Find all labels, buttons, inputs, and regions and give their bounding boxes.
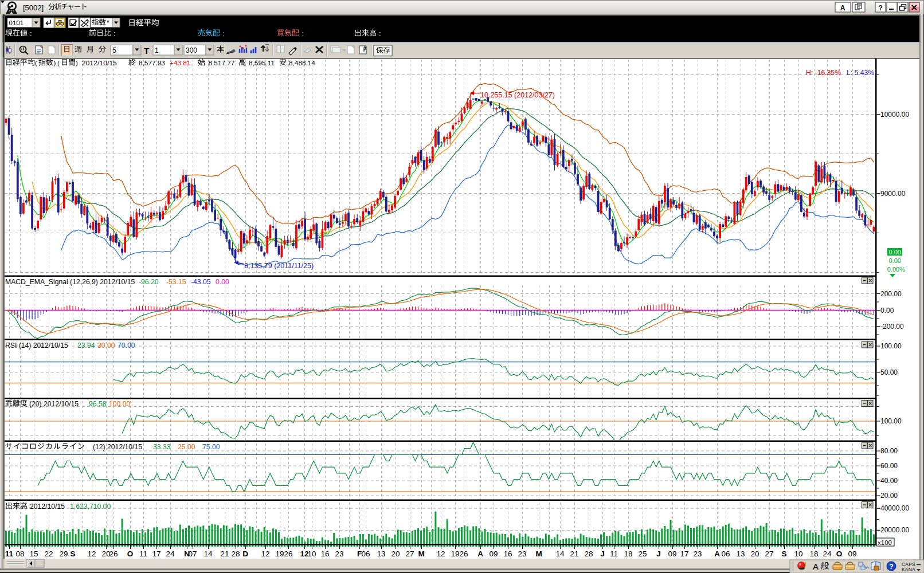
svg-text:60.00: 60.00 xyxy=(880,462,898,470)
svg-text:KANA: KANA xyxy=(902,567,915,572)
svg-text:*: * xyxy=(107,19,109,27)
svg-text::: : xyxy=(30,29,32,38)
svg-text:17: 17 xyxy=(152,550,160,558)
svg-text:24: 24 xyxy=(823,550,832,558)
svg-text:(20) 2012/10/15: (20) 2012/10/15 xyxy=(29,400,79,408)
svg-text::: : xyxy=(379,29,381,38)
svg-text:-96.20: -96.20 xyxy=(139,278,159,286)
svg-text:10000.00: 10000.00 xyxy=(880,111,909,119)
svg-text:17: 17 xyxy=(680,550,688,558)
svg-text:0.00: 0.00 xyxy=(880,307,894,315)
svg-text:A: A xyxy=(477,550,483,558)
svg-text:-53.15: -53.15 xyxy=(166,278,186,286)
svg-text:8,517.77: 8,517.77 xyxy=(209,59,235,67)
svg-text:[5002]: [5002] xyxy=(23,3,44,12)
svg-text:0.00%: 0.00% xyxy=(887,266,905,273)
svg-text:A: A xyxy=(714,550,720,558)
svg-text:MACD_EMA_Signal (12,26,9) 2012: MACD_EMA_Signal (12,26,9) 2012/10/15 xyxy=(5,278,135,286)
svg-text:20: 20 xyxy=(391,550,400,558)
svg-text:11: 11 xyxy=(610,550,618,558)
svg-text:5: 5 xyxy=(112,46,116,54)
svg-text::: : xyxy=(302,29,304,38)
svg-text:15: 15 xyxy=(29,550,38,558)
svg-text:0.00: 0.00 xyxy=(216,278,229,286)
svg-text:100.00: 100.00 xyxy=(880,417,902,425)
svg-text:-200.00: -200.00 xyxy=(880,323,904,331)
svg-text:26: 26 xyxy=(284,550,292,558)
svg-text:50.00: 50.00 xyxy=(880,368,898,376)
svg-text:?: ? xyxy=(889,563,893,571)
svg-text:30.00: 30.00 xyxy=(97,342,115,350)
svg-text:33.33: 33.33 xyxy=(153,443,171,451)
svg-text:8,577.93: 8,577.93 xyxy=(139,59,165,67)
svg-text:10: 10 xyxy=(794,550,802,558)
svg-text:12: 12 xyxy=(436,550,445,558)
svg-text:(: ( xyxy=(57,60,60,66)
svg-text:20.00: 20.00 xyxy=(880,492,898,500)
svg-text:M: M xyxy=(418,550,424,558)
svg-text:23: 23 xyxy=(693,550,702,558)
svg-text:x100: x100 xyxy=(878,539,892,546)
svg-text:18: 18 xyxy=(809,550,818,558)
svg-text:13: 13 xyxy=(736,550,745,558)
svg-text:10: 10 xyxy=(307,550,316,558)
svg-text:): ) xyxy=(54,60,56,66)
svg-text:25.00: 25.00 xyxy=(178,443,195,451)
svg-text:24: 24 xyxy=(166,550,175,558)
svg-text:09: 09 xyxy=(848,550,856,558)
svg-text:A: A xyxy=(840,4,845,12)
svg-text:0.00: 0.00 xyxy=(889,257,901,264)
svg-text:28: 28 xyxy=(584,550,593,558)
svg-text:0.00: 0.00 xyxy=(889,249,901,256)
svg-text:1,623,710.00: 1,623,710.00 xyxy=(70,503,111,511)
svg-text:?: ? xyxy=(878,4,883,12)
svg-text:J: J xyxy=(656,550,661,558)
svg-text:10,255.15 (2012/03/27): 10,255.15 (2012/03/27) xyxy=(480,91,555,99)
svg-text:): ) xyxy=(76,60,78,66)
svg-text:12: 12 xyxy=(87,550,96,558)
svg-text:2012/10/15: 2012/10/15 xyxy=(30,503,65,511)
svg-text:11: 11 xyxy=(5,550,14,558)
svg-text:40000.00: 40000.00 xyxy=(880,504,909,512)
svg-text:07: 07 xyxy=(188,550,197,558)
svg-text:(12) 2012/10/15: (12) 2012/10/15 xyxy=(93,443,142,451)
svg-text:21: 21 xyxy=(570,550,578,558)
svg-text:O: O xyxy=(836,550,843,558)
svg-text:18: 18 xyxy=(624,550,632,558)
svg-text:J: J xyxy=(600,550,605,558)
svg-text:14: 14 xyxy=(203,550,213,558)
svg-text:19: 19 xyxy=(275,550,284,558)
svg-text:M: M xyxy=(535,550,542,558)
svg-text:RSI (14) 2012/10/15: RSI (14) 2012/10/15 xyxy=(5,342,68,350)
svg-text:O: O xyxy=(127,550,134,558)
svg-text:300: 300 xyxy=(186,46,197,54)
svg-text:19: 19 xyxy=(451,550,459,558)
svg-text:09: 09 xyxy=(489,550,498,558)
svg-text:T: T xyxy=(144,46,149,56)
svg-text:11: 11 xyxy=(139,550,147,558)
svg-text:23: 23 xyxy=(518,550,526,558)
svg-text:80.00: 80.00 xyxy=(880,447,898,455)
svg-text:-43.05: -43.05 xyxy=(191,278,211,286)
svg-text:2012/10/15: 2012/10/15 xyxy=(82,59,117,67)
svg-text:8,135.79 (2011/11/25): 8,135.79 (2011/11/25) xyxy=(244,262,314,270)
svg-text:23: 23 xyxy=(335,550,343,558)
svg-text:06: 06 xyxy=(721,550,730,558)
svg-text:14: 14 xyxy=(555,550,565,558)
svg-text:20: 20 xyxy=(750,550,759,558)
svg-text:16: 16 xyxy=(320,550,329,558)
svg-text:12: 12 xyxy=(261,550,269,558)
svg-text:20000.00: 20000.00 xyxy=(880,526,909,534)
svg-text:16: 16 xyxy=(503,550,512,558)
svg-text:40.00: 40.00 xyxy=(880,477,898,485)
svg-text:27: 27 xyxy=(405,550,414,558)
svg-text:13: 13 xyxy=(377,550,385,558)
svg-text:D: D xyxy=(242,550,248,558)
svg-text:21: 21 xyxy=(220,550,229,558)
svg-text:L: 5.43%: L: 5.43% xyxy=(847,69,874,77)
svg-text:26: 26 xyxy=(459,550,468,558)
svg-text:+43.81: +43.81 xyxy=(170,59,190,67)
svg-text:A: A xyxy=(813,562,819,571)
svg-text:S: S xyxy=(781,550,786,558)
svg-text:8,488.14: 8,488.14 xyxy=(289,59,315,67)
